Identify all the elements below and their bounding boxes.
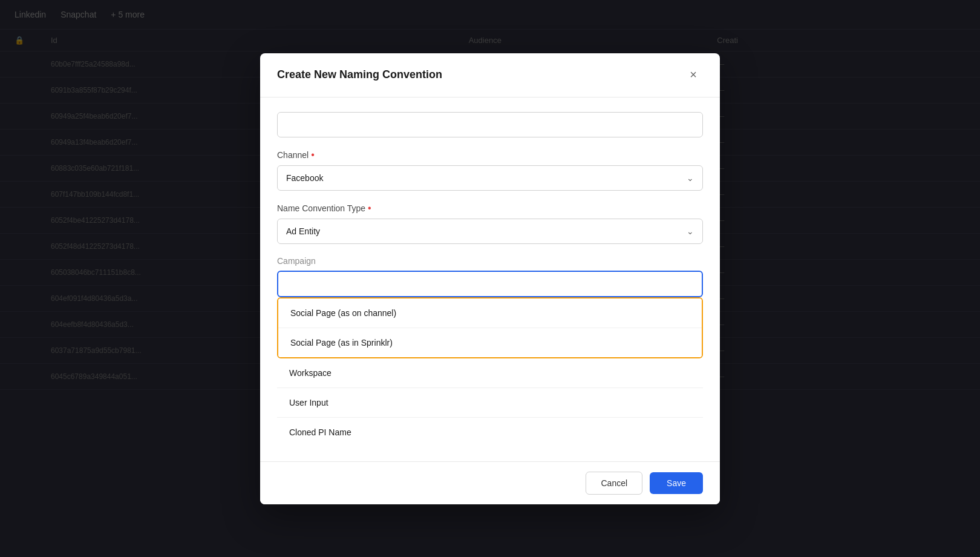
nct-value: Ad Entity <box>286 226 320 236</box>
dropdown-plain: Workspace User Input Cloned PI Name <box>277 358 703 447</box>
campaign-label: Campaign <box>277 256 703 266</box>
dropdown-item-social-page-channel[interactable]: Social Page (as on channel) <box>278 298 702 328</box>
campaign-section: Campaign Social Page (as on channel) Soc… <box>277 256 703 447</box>
name-convention-type-label: Name Convention Type • <box>277 203 703 214</box>
modal-header: Create New Naming Convention × <box>260 53 720 97</box>
save-button[interactable]: Save <box>650 472 703 494</box>
dropdown-item-workspace[interactable]: Workspace <box>277 358 703 388</box>
channel-group: Channel • Facebook ⌄ <box>277 150 703 191</box>
channel-chevron-icon: ⌄ <box>687 173 694 183</box>
channel-required-indicator: • <box>311 150 315 160</box>
modal-overlay: Create New Naming Convention × Channel •… <box>0 0 980 557</box>
cancel-button[interactable]: Cancel <box>586 472 642 495</box>
dropdown-item-social-page-sprinklr[interactable]: Social Page (as in Sprinklr) <box>278 328 702 357</box>
modal-title: Create New Naming Convention <box>277 68 442 81</box>
channel-value: Facebook <box>286 173 323 183</box>
channel-label: Channel • <box>277 150 703 160</box>
dropdown-item-user-input[interactable]: User Input <box>277 388 703 418</box>
nct-required-indicator: • <box>368 203 371 214</box>
dropdown-highlighted: Social Page (as on channel) Social Page … <box>277 297 703 358</box>
name-convention-type-group: Name Convention Type • Ad Entity ⌄ <box>277 203 703 244</box>
modal-footer: Cancel Save <box>260 461 720 504</box>
top-input-area <box>277 112 703 137</box>
modal-body: Channel • Facebook ⌄ Name Convention Typ… <box>260 97 720 461</box>
dropdown-item-cloned-pi-name[interactable]: Cloned PI Name <box>277 418 703 447</box>
campaign-input[interactable] <box>277 271 703 297</box>
create-naming-convention-modal: Create New Naming Convention × Channel •… <box>260 53 720 504</box>
name-convention-type-select[interactable]: Ad Entity ⌄ <box>277 219 703 244</box>
channel-select[interactable]: Facebook ⌄ <box>277 165 703 191</box>
top-input-field[interactable] <box>277 112 703 137</box>
nct-chevron-icon: ⌄ <box>687 226 694 236</box>
close-button[interactable]: × <box>684 65 703 85</box>
